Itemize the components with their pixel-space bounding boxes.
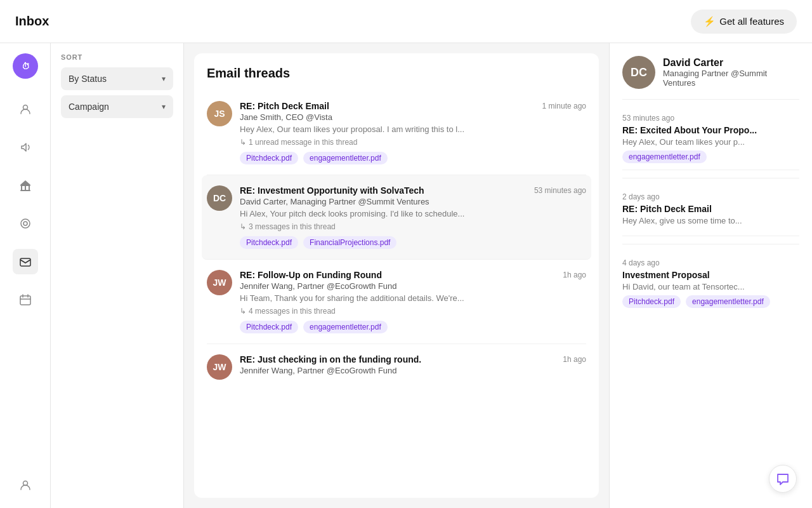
contact-avatar: DC (622, 56, 655, 89)
thread-subject: RE: Just checking in on the funding roun… (240, 354, 421, 364)
detail-subject: RE: Excited About Your Propo... (622, 125, 799, 135)
thread-time: 1h ago (563, 271, 586, 279)
svg-rect-4 (21, 186, 22, 190)
attachment-tag[interactable]: Pitchdeck.pdf (240, 321, 298, 333)
detail-thread[interactable]: 4 days ago Investment Proposal Hi David,… (622, 252, 799, 314)
detail-subject: Investment Proposal (622, 270, 799, 280)
svg-rect-11 (20, 258, 30, 266)
page-title: Inbox (15, 14, 49, 29)
chart-nav-icon[interactable] (13, 211, 38, 236)
avatar: JS (207, 101, 232, 126)
by-status-dropdown[interactable]: By Status ▾ (61, 67, 173, 90)
thread-subject: RE: Follow-Up on Funding Round (240, 270, 382, 280)
thread-preview: Hey Alex, Our team likes your proposal. … (240, 124, 586, 134)
thread-time: 1h ago (563, 355, 586, 364)
detail-panel: DC David Carter Managing Partner @Summit… (609, 43, 812, 508)
svg-rect-12 (20, 296, 30, 305)
threads-panel: Email threads JS RE: Pitch Deck Email 1 … (184, 43, 609, 508)
avatar: DC (207, 185, 232, 211)
threads-card: Email threads JS RE: Pitch Deck Email 1 … (194, 53, 599, 498)
profile-nav-icon[interactable] (13, 97, 38, 122)
thread-meta: 3 messages in this thread (240, 222, 586, 231)
table-row[interactable]: JW RE: Just checking in on the funding r… (207, 344, 586, 390)
speaker-nav-icon[interactable] (13, 135, 38, 160)
thread-sender: Jennifer Wang, Partner @EcoGrowth Fund (240, 281, 586, 291)
user-profile-icon[interactable] (13, 472, 38, 498)
mail-nav-icon[interactable] (13, 249, 38, 274)
contact-name: David Carter (663, 57, 799, 69)
chevron-down-icon: ▾ (162, 74, 166, 83)
app-header: Inbox ⚡ Get all features (0, 0, 812, 43)
attachments: engagementletter.pdf (622, 150, 799, 163)
thread-time: 1 minute ago (542, 102, 586, 110)
thread-time: 53 minutes ago (534, 186, 586, 195)
detail-time: 2 days ago (622, 192, 799, 201)
table-row[interactable]: JS RE: Pitch Deck Email 1 minute ago Jan… (207, 91, 586, 175)
table-row[interactable]: JW RE: Follow-Up on Funding Round 1h ago… (207, 260, 586, 344)
avatar: JW (207, 270, 232, 295)
svg-rect-6 (29, 186, 30, 190)
svg-point-9 (21, 219, 30, 228)
thread-subject: RE: Pitch Deck Email (240, 101, 329, 111)
thread-preview: Hi Team, Thank you for sharing the addit… (240, 293, 586, 303)
thread-preview: Hi Alex, Your pitch deck looks promising… (240, 209, 586, 218)
attachment-tag[interactable]: engagementletter.pdf (686, 295, 770, 308)
divider (622, 178, 799, 178)
attachment-tag[interactable]: engagementletter.pdf (303, 321, 388, 333)
attachment-tag[interactable]: FinancialProjections.pdf (303, 236, 396, 249)
chat-icon (776, 472, 790, 486)
bolt-icon: ⚡ (704, 16, 716, 27)
detail-time: 53 minutes ago (622, 114, 799, 123)
detail-thread[interactable]: 2 days ago RE: Pitch Deck Email Hey Alex… (622, 186, 799, 236)
bank-nav-icon[interactable] (13, 173, 38, 198)
svg-rect-7 (20, 190, 30, 191)
avatar: JW (207, 354, 232, 380)
calendar-nav-icon[interactable] (13, 287, 38, 312)
divider (622, 244, 799, 244)
contact-header: DC David Carter Managing Partner @Summit… (622, 56, 799, 89)
brand-logo[interactable]: ⏱ (13, 53, 38, 79)
table-row[interactable]: DC RE: Investment Opportunity with Solva… (202, 175, 591, 260)
detail-time: 4 days ago (622, 258, 799, 267)
campaign-dropdown[interactable]: Campaign ▾ (61, 95, 173, 118)
svg-rect-5 (25, 186, 26, 190)
sidebar: ⏱ (0, 43, 51, 508)
detail-preview: Hey Alex, give us some time to... (622, 216, 799, 225)
detail-preview: Hey Alex, Our team likes your p... (622, 137, 799, 147)
attachments: Pitchdeck.pdf engagementletter.pdf (240, 321, 586, 333)
svg-rect-3 (20, 185, 30, 186)
chevron-down-icon: ▾ (162, 102, 166, 111)
attachment-tag[interactable]: Pitchdeck.pdf (240, 152, 298, 164)
thread-meta: 1 unread message in this thread (240, 138, 586, 147)
thread-meta: 4 messages in this thread (240, 307, 586, 316)
chat-bubble-button[interactable] (769, 465, 797, 493)
svg-point-10 (23, 222, 27, 225)
svg-text:⏱: ⏱ (21, 62, 29, 71)
threads-title: Email threads (207, 66, 586, 81)
attachments: Pitchdeck.pdf FinancialProjections.pdf (240, 236, 586, 249)
attachment-tag[interactable]: Pitchdeck.pdf (240, 236, 298, 249)
attachment-tag[interactable]: Pitchdeck.pdf (622, 295, 681, 308)
thread-sender: David Carter, Managing Partner @Summit V… (240, 197, 586, 206)
attachments: Pitchdeck.pdf engagementletter.pdf (622, 295, 799, 308)
get-features-button[interactable]: ⚡ Get all features (691, 10, 797, 34)
svg-marker-8 (20, 180, 30, 185)
contact-title: Managing Partner @Summit Ventures (663, 69, 799, 88)
detail-thread[interactable]: 53 minutes ago RE: Excited About Your Pr… (622, 107, 799, 170)
thread-subject: RE: Investment Opportunity with SolvaTec… (240, 185, 424, 196)
attachment-tag[interactable]: engagementletter.pdf (303, 152, 388, 164)
attachment-tag[interactable]: engagementletter.pdf (622, 150, 707, 163)
detail-subject: RE: Pitch Deck Email (622, 204, 799, 214)
thread-sender: Jennifer Wang, Partner @EcoGrowth Fund (240, 366, 586, 375)
thread-sender: Jane Smith, CEO @Vista (240, 112, 586, 122)
attachments: Pitchdeck.pdf engagementletter.pdf (240, 152, 586, 164)
left-filter-panel: SORT By Status ▾ Campaign ▾ (51, 43, 184, 508)
detail-preview: Hi David, our team at Tensortec... (622, 282, 799, 291)
main-layout: ⏱ SORT By Status ▾ Cam (0, 43, 812, 508)
sort-label: SORT (61, 53, 173, 61)
divider (622, 99, 799, 100)
